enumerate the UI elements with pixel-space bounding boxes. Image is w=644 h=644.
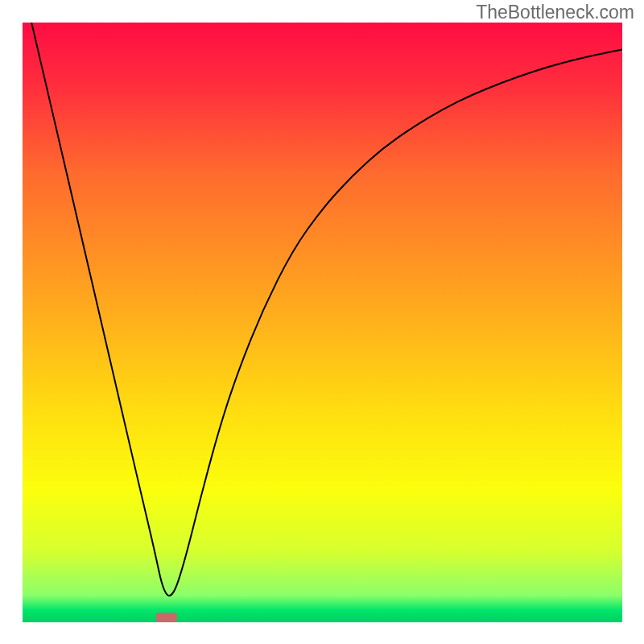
watermark-text: TheBottleneck.com [476, 2, 634, 23]
plot-border [23, 23, 622, 622]
plot-background [23, 23, 622, 622]
plot-svg [23, 23, 622, 622]
optimal-zone-marker [156, 613, 177, 622]
chart-frame: TheBottleneck.com [0, 0, 644, 644]
